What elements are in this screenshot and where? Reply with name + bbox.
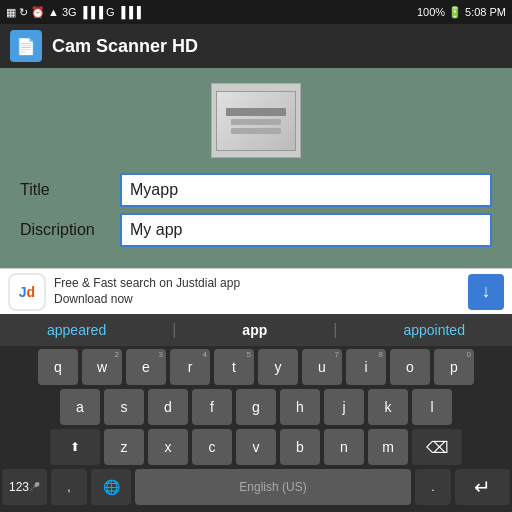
wifi-icon: ▲	[48, 6, 59, 18]
keyboard: q w2 e3 r4 t5 y u7 i8 o p0 a s d f g h j…	[0, 346, 512, 512]
divider-left: |	[172, 321, 176, 339]
thumb-decoration-3	[231, 128, 281, 134]
key-b[interactable]: b	[280, 429, 320, 465]
key-u-num: 7	[335, 350, 339, 359]
ad-banner[interactable]: Jd Free & Fast search on Justdial app Do…	[0, 268, 512, 314]
key-p[interactable]: p0	[434, 349, 474, 385]
carrier-signal: ▐▐▐	[118, 6, 141, 18]
key-h[interactable]: h	[280, 389, 320, 425]
thumb-decoration-1	[226, 108, 286, 116]
key-enter[interactable]: ↵	[455, 469, 510, 505]
battery-icon: 🔋	[448, 6, 462, 19]
main-content: Title Discription	[0, 68, 512, 268]
key-t[interactable]: t5	[214, 349, 254, 385]
key-w[interactable]: w2	[82, 349, 122, 385]
rotate-icon: ↻	[19, 6, 28, 19]
suggestion-appointed[interactable]: appointed	[395, 322, 473, 338]
title-label: Title	[20, 181, 110, 199]
key-l[interactable]: l	[412, 389, 452, 425]
title-row: Title	[20, 173, 492, 207]
key-q[interactable]: q	[38, 349, 78, 385]
carrier-label: G	[106, 6, 115, 18]
key-d[interactable]: d	[148, 389, 188, 425]
key-row-2: a s d f g h j k l	[2, 389, 510, 425]
time-label: 5:08 PM	[465, 6, 506, 18]
key-delete[interactable]: ⌫	[412, 429, 462, 465]
key-row-1: q w2 e3 r4 t5 y u7 i8 o p0	[2, 349, 510, 385]
jd-d-letter: d	[27, 284, 36, 300]
key-r-num: 4	[203, 350, 207, 359]
key-shift[interactable]: ⬆	[50, 429, 100, 465]
network-label: 3G	[62, 6, 77, 18]
key-e[interactable]: e3	[126, 349, 166, 385]
key-row-3: ⬆ z x c v b n m ⌫	[2, 429, 510, 465]
thumbnail-preview	[216, 91, 296, 151]
key-i-num: 8	[379, 350, 383, 359]
alarm-icon: ⏰	[31, 6, 45, 19]
key-x[interactable]: x	[148, 429, 188, 465]
key-comma[interactable]: ,	[51, 469, 87, 505]
title-input[interactable]	[120, 173, 492, 207]
key-e-num: 3	[159, 350, 163, 359]
download-icon: ↓	[482, 281, 491, 302]
key-w-num: 2	[115, 350, 119, 359]
key-g[interactable]: g	[236, 389, 276, 425]
description-input[interactable]	[120, 213, 492, 247]
key-m[interactable]: m	[368, 429, 408, 465]
key-123[interactable]: 123🎤	[2, 469, 47, 505]
description-label: Discription	[20, 221, 110, 239]
jd-j-letter: J	[19, 284, 27, 300]
suggestion-appeared[interactable]: appeared	[39, 322, 114, 338]
app-title: Cam Scanner HD	[52, 36, 198, 57]
app-icon: 📄	[10, 30, 42, 62]
ad-text: Free & Fast search on Justdial app Downl…	[54, 276, 460, 307]
ad-text-line1: Free & Fast search on Justdial app	[54, 276, 460, 292]
notification-icon: ▦	[6, 6, 16, 19]
description-row: Discription	[20, 213, 492, 247]
status-right: 100% 🔋 5:08 PM	[417, 6, 506, 19]
key-r[interactable]: r4	[170, 349, 210, 385]
key-globe[interactable]: 🌐	[91, 469, 131, 505]
key-o[interactable]: o	[390, 349, 430, 385]
key-z[interactable]: z	[104, 429, 144, 465]
app-header: 📄 Cam Scanner HD	[0, 24, 512, 68]
key-t-num: 5	[247, 350, 251, 359]
key-s[interactable]: s	[104, 389, 144, 425]
battery-label: 100%	[417, 6, 445, 18]
ad-download-button[interactable]: ↓	[468, 274, 504, 310]
key-f[interactable]: f	[192, 389, 232, 425]
key-i[interactable]: i8	[346, 349, 386, 385]
key-k[interactable]: k	[368, 389, 408, 425]
jd-logo: Jd	[8, 273, 46, 311]
key-u[interactable]: u7	[302, 349, 342, 385]
keyboard-suggestions: appeared | app | appointed	[0, 314, 512, 346]
thumb-decoration-2	[231, 119, 281, 125]
signal-icon: ▐▐▐	[80, 6, 103, 18]
key-v[interactable]: v	[236, 429, 276, 465]
key-n[interactable]: n	[324, 429, 364, 465]
scanner-icon: 📄	[16, 37, 36, 56]
key-c[interactable]: c	[192, 429, 232, 465]
key-p-num: 0	[467, 350, 471, 359]
status-bar: ▦ ↻ ⏰ ▲ 3G ▐▐▐ G ▐▐▐ 100% 🔋 5:08 PM	[0, 0, 512, 24]
key-j[interactable]: j	[324, 389, 364, 425]
key-y[interactable]: y	[258, 349, 298, 385]
divider-right: |	[333, 321, 337, 339]
ad-text-line2: Download now	[54, 292, 460, 308]
status-left: ▦ ↻ ⏰ ▲ 3G ▐▐▐ G ▐▐▐	[6, 6, 141, 19]
form-area: Title Discription	[10, 168, 502, 258]
key-space[interactable]: English (US)	[135, 469, 411, 505]
document-thumbnail	[211, 83, 301, 158]
key-a[interactable]: a	[60, 389, 100, 425]
key-period[interactable]: .	[415, 469, 451, 505]
suggestion-app[interactable]: app	[234, 322, 275, 338]
key-row-4: 123🎤 , 🌐 English (US) . ↵	[2, 469, 510, 505]
